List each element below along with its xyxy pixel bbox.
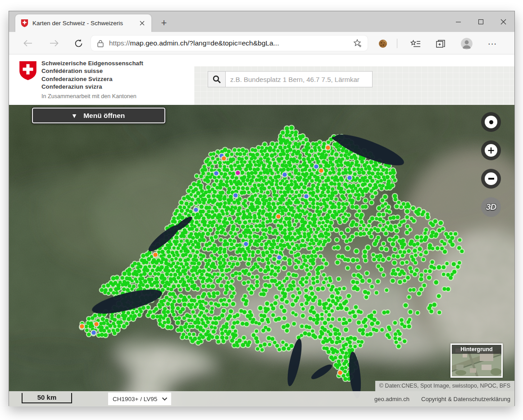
projection-select[interactable]: CH1903+ / LV95 [108,393,171,405]
favorites-bar-icon[interactable] [410,38,422,50]
copyright-link[interactable]: Copyright & Datenschutzerklärung [421,396,510,402]
logo-line-it: Confederazione Svizzera [41,75,143,83]
map-attribution: © Daten:CNES, Spot Image, swisstopo, NPO… [375,381,514,391]
3d-icon: 3D [486,202,496,212]
layer-switcher-label: Hintergrund [452,345,501,354]
footer-links: geo.admin.ch Copyright & Datenschutzerkl… [374,391,510,406]
logo-wordmark: Schweizerische Eidgenossenschaft Confédé… [41,59,143,90]
close-button[interactable] [492,14,514,30]
toolbar-divider [397,39,397,48]
forward-icon[interactable] [49,38,59,49]
geolocate-button[interactable] [481,112,501,132]
reload-icon[interactable] [73,38,84,49]
cooperation-note: In Zusammenarbeit mit den Kantonen [41,93,136,99]
swiss-confederation-logo [18,60,37,81]
browser-tab[interactable]: Karten der Schweiz - Schweizeris [15,14,151,32]
search-box [208,71,373,87]
browser-window: Karten der Schweiz - Schweizeris + [9,11,515,406]
site-header: Schweizerische Eidgenossenschaft Confédé… [9,54,514,105]
open-menu-button[interactable]: ▼ Menü öffnen [32,107,166,124]
search-input[interactable] [225,71,373,87]
map-canvas[interactable]: ▼ Menü öffnen + 3D [9,105,514,406]
tab-title: Karten der Schweiz - Schweizeris [32,20,137,27]
chevron-down-icon [162,397,168,401]
swiss-shield-favicon [21,19,28,27]
chevron-down-icon: ▼ [73,113,76,119]
favorite-star-icon[interactable] [353,39,362,48]
browser-toolbar: https://map.geo.admin.ch/?lang=de&topic=… [9,32,514,54]
plus-icon: + [485,144,497,157]
map-footer-bar: 50 km CH1903+ / LV95 geo.admin.ch Copyri… [9,391,514,406]
new-tab-button[interactable]: + [158,17,170,29]
geoadmin-link[interactable]: geo.admin.ch [374,396,409,402]
collections-icon[interactable] [435,38,446,50]
geolocate-icon [489,120,493,124]
zoom-out-button[interactable] [481,169,501,189]
map-image [9,105,514,406]
window-controls [447,11,514,32]
profile-avatar[interactable] [461,38,473,50]
url-text: https://map.geo.admin.ch/?lang=de&topic=… [109,39,353,47]
scale-bar: 50 km [22,393,72,403]
cookie-extension-icon[interactable] [377,38,389,50]
search-zone [194,66,514,105]
projection-value: CH1903+ / LV95 [113,396,157,402]
search-button[interactable] [208,71,225,87]
minus-icon [488,178,494,180]
address-bar[interactable]: https://map.geo.admin.ch/?lang=de&topic=… [91,36,368,51]
tab-close-icon[interactable] [137,18,147,28]
maximize-button[interactable] [469,14,492,30]
logo-line-de: Schweizerische Eidgenossenschaft [41,59,143,67]
tab-strip: Karten der Schweiz - Schweizeris + [9,11,514,32]
open-menu-label: Menü öffnen [83,112,125,120]
toggle-3d-button[interactable]: 3D [481,197,501,217]
settings-more-icon[interactable]: ··· [487,38,498,50]
search-icon [213,75,221,84]
background-layer-switcher[interactable]: Hintergrund [450,343,503,378]
zoom-in-button[interactable]: + [481,140,501,160]
logo-line-rm: Confederaziun svizra [41,83,143,90]
logo-line-fr: Confédération suisse [41,67,143,75]
lock-icon [97,40,104,47]
minimize-button[interactable] [447,14,469,30]
back-icon[interactable] [23,38,33,49]
